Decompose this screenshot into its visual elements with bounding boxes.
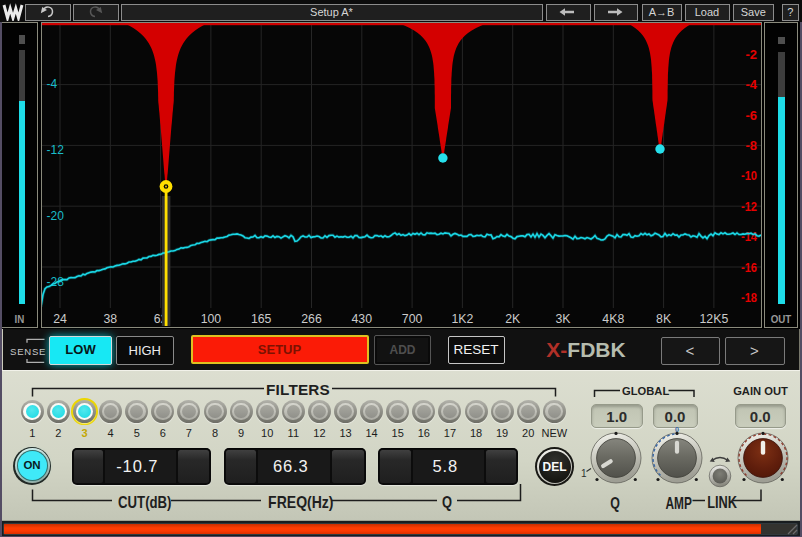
svg-text:12K5: 12K5 <box>699 312 728 326</box>
svg-text:266: 266 <box>301 312 322 326</box>
svg-text:-14: -14 <box>741 229 758 244</box>
svg-text:-18: -18 <box>741 290 757 305</box>
svg-text:-4: -4 <box>46 77 57 91</box>
svg-text:3K: 3K <box>555 312 571 326</box>
svg-text:-12: -12 <box>741 199 757 214</box>
svg-text:700: 700 <box>401 312 422 326</box>
svg-text:24: 24 <box>53 312 67 326</box>
svg-text:4K8: 4K8 <box>602 312 624 326</box>
svg-text:-4: -4 <box>745 77 757 92</box>
svg-text:38: 38 <box>103 312 117 326</box>
svg-text:1: 1 <box>581 468 587 479</box>
svg-text:-2: -2 <box>745 47 757 62</box>
svg-text:-8: -8 <box>745 138 757 153</box>
svg-text:-20: -20 <box>46 209 64 223</box>
svg-text:-6: -6 <box>745 108 757 123</box>
svg-text:430: 430 <box>351 312 372 326</box>
svg-text:165: 165 <box>250 312 271 326</box>
svg-text:2K: 2K <box>505 312 521 326</box>
svg-text:-10: -10 <box>741 168 757 183</box>
svg-text:8K: 8K <box>656 312 672 326</box>
svg-text:100: 100 <box>200 312 221 326</box>
svg-text:-12: -12 <box>46 143 64 157</box>
svg-text:-16: -16 <box>741 260 757 275</box>
svg-text:1K2: 1K2 <box>451 312 473 326</box>
